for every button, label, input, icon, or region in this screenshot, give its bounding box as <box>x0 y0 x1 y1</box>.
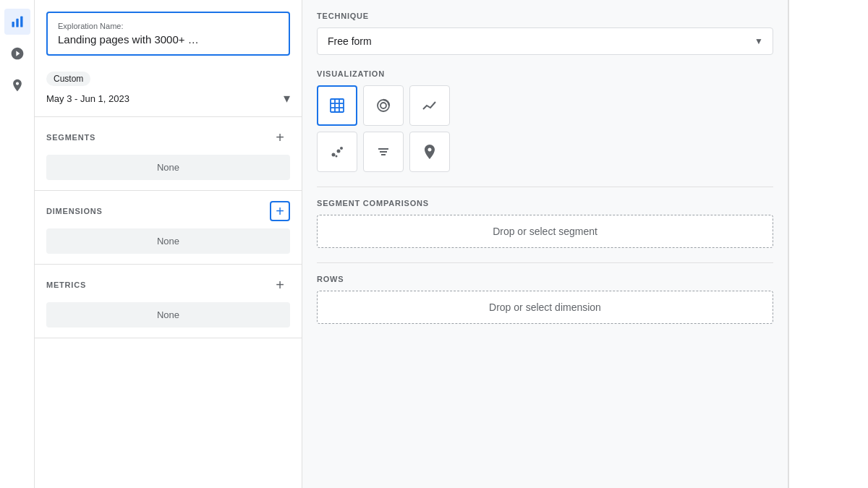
exploration-name-value: Landing pages with 3000+ … <box>58 33 278 46</box>
settings-panel: TECHNIQUE Free form VISUALIZATION <box>302 0 788 488</box>
svg-point-11 <box>337 150 341 153</box>
svg-rect-2 <box>20 17 22 27</box>
viz-btn-table[interactable] <box>317 85 357 126</box>
metrics-section: METRICS + None <box>35 265 302 338</box>
visualization-section: VISUALIZATION <box>317 69 773 172</box>
left-navigation <box>0 0 35 488</box>
technique-section: TECHNIQUE Free form <box>317 12 773 55</box>
segments-section: SEGMENTS + None <box>35 117 302 191</box>
viz-btn-funnel[interactable] <box>363 132 404 172</box>
technique-label: TECHNIQUE <box>317 12 773 20</box>
date-dropdown-arrow[interactable]: ▾ <box>284 90 290 106</box>
viz-btn-map[interactable] <box>409 132 450 172</box>
rows-label: ROWS <box>317 275 773 283</box>
rows-section: ROWS Drop or select dimension <box>317 262 773 324</box>
date-preset-badge[interactable]: Custom <box>46 72 90 86</box>
dimensions-title: DIMENSIONS <box>46 207 103 215</box>
nav-icon-analytics[interactable] <box>4 9 30 35</box>
dimensions-none: None <box>46 228 290 254</box>
nav-icon-insights[interactable] <box>4 40 30 67</box>
segments-add-button[interactable]: + <box>270 127 290 147</box>
metrics-title: METRICS <box>46 281 86 289</box>
segments-none: None <box>46 155 290 180</box>
exploration-name-label: Exploration Name: <box>58 22 278 30</box>
date-range-section: Custom May 3 - Jun 1, 2023 ▾ <box>35 64 302 117</box>
exploration-name-box[interactable]: Exploration Name: Landing pages with 300… <box>46 12 290 56</box>
technique-select[interactable]: Free form <box>317 27 773 55</box>
svg-point-12 <box>336 155 338 158</box>
viz-btn-donut[interactable] <box>363 85 404 126</box>
dimensions-add-button[interactable]: + <box>270 201 290 221</box>
svg-rect-0 <box>12 22 14 27</box>
right-panel <box>788 0 868 488</box>
drop-segment-zone[interactable]: Drop or select segment <box>317 215 773 248</box>
segment-comparisons-label: SEGMENT COMPARISONS <box>317 199 773 207</box>
technique-dropdown[interactable]: Free form <box>317 27 773 55</box>
date-range-text: May 3 - Jun 1, 2023 <box>46 93 129 104</box>
viz-btn-line[interactable] <box>409 85 450 126</box>
drop-dimension-zone[interactable]: Drop or select dimension <box>317 291 773 324</box>
metrics-none: None <box>46 302 290 328</box>
metrics-add-button[interactable]: + <box>270 275 290 295</box>
svg-point-13 <box>340 147 343 150</box>
segments-title: SEGMENTS <box>46 133 95 142</box>
visualization-grid <box>317 85 773 172</box>
visualization-label: VISUALIZATION <box>317 69 773 78</box>
segment-comparisons-section: SEGMENT COMPARISONS Drop or select segme… <box>317 187 773 248</box>
svg-point-10 <box>332 153 336 157</box>
variables-panel: Exploration Name: Landing pages with 300… <box>35 0 302 488</box>
svg-rect-3 <box>331 99 344 112</box>
svg-point-9 <box>380 103 386 108</box>
dimensions-section: DIMENSIONS + None <box>35 191 302 265</box>
svg-rect-1 <box>16 19 18 27</box>
nav-icon-explore[interactable] <box>4 72 30 98</box>
viz-btn-scatter[interactable] <box>317 132 357 172</box>
